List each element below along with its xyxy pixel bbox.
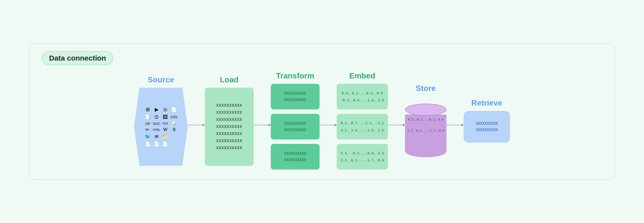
load-box: XXXXXXXXXX XXXXXXXXXX XXXXXXXXXX XXXXXXX…: [205, 88, 254, 166]
diagram-title: Data connection: [49, 54, 106, 62]
icon-page1: 📄: [144, 141, 151, 147]
transform-box-1: XXXXXXXXXX XXXXXXXXXX: [271, 84, 320, 110]
icon-csv: CSV: [170, 114, 178, 120]
icon-file: 📑: [144, 114, 151, 120]
transform-box-3: XXXXXXXXXX XXXXXXXXXX: [271, 144, 320, 170]
stage-retrieve: Retrieve XXXXXXXXXX XXXXXXXXXX: [464, 95, 510, 143]
embed-3-line-2: 2.1, 0.1....-1.7, 0.9: [340, 158, 384, 163]
embed-col: 0.5, 0.2....0.1, 0.9 -0.1, 0.4....1.4, 5…: [337, 84, 388, 170]
diagram-container: Data connection Source ⊞ ▶ ◎ 📄 📑 ⊙ 🖼 CS: [29, 43, 615, 180]
embed-2-line-1: 0.2, 0.7....2.1, -1.2: [340, 120, 384, 126]
embed-2-line-2: 4.1, 3.4....-1.5, 2.5: [340, 128, 384, 133]
embed-label: Embed: [349, 71, 376, 80]
transform-1-row-1: XXXXXXXXXX: [284, 91, 306, 96]
icon-discord: ◎: [162, 106, 169, 112]
embed-3-line-1: 5.5, -0.3....0.8, 2.3: [340, 150, 384, 156]
stage-store: Store 0.5, 0.2....0.1, 0.9 : 2.1, 0.1...…: [405, 80, 446, 157]
cylinder-top: [405, 104, 446, 116]
arrow-transform-embed: [320, 125, 337, 125]
transform-3-row-1: XXXXXXXXXX: [284, 152, 306, 156]
icon-doc1: 📄: [170, 106, 178, 112]
embed-box-1: 0.5, 0.2....0.1, 0.9 -0.1, 0.4....1.4, 5…: [337, 84, 388, 110]
store-text: 0.5, 0.2....0.1, 0.9 : 2.1, 0.1....-1.7,…: [405, 117, 446, 134]
stage-transform: Transform XXXXXXXXXX XXXXXXXXXX XXXXXXXX…: [271, 68, 320, 170]
icon-wiki: W: [162, 127, 169, 132]
load-row-5: XXXXXXXXXX: [216, 132, 242, 136]
load-row-3: XXXXXXXXXX: [216, 117, 242, 122]
pipeline: Source ⊞ ▶ ◎ 📄 📑 ⊙ 🖼 CSV ZIP DOC: [42, 68, 602, 170]
retrieve-label: Retrieve: [472, 98, 502, 108]
stage-load: Load XXXXXXXXXX XXXXXXXXXX XXXXXXXXXX XX…: [205, 72, 254, 166]
icon-zip: ZIP: [144, 122, 151, 126]
icon-twitter: 🐦: [144, 134, 151, 140]
stage-source: Source ⊞ ▶ ◎ 📄 📑 ⊙ 🖼 CSV ZIP DOC: [134, 72, 188, 166]
icon-slack: ⊞: [144, 106, 151, 112]
icon-page3: 📄: [162, 141, 169, 147]
icon-md: M↓: [144, 127, 151, 132]
load-row-4: XXXXXXXXXX: [216, 124, 242, 129]
load-label: Load: [220, 75, 238, 84]
retrieve-row-1: XXXXXXXXXX: [476, 122, 498, 126]
store-label: Store: [416, 84, 436, 93]
store-cylinder-wrapper: 0.5, 0.2....0.1, 0.9 : 2.1, 0.1....-1.7,…: [405, 104, 446, 157]
retrieve-row-2: XXXXXXXXXX: [476, 128, 498, 132]
icon-html: HTML: [153, 127, 160, 132]
embed-1-line-2: -0.1, 0.4....1.4, 5.9: [340, 98, 384, 103]
title-badge: Data connection: [42, 51, 113, 65]
load-row-7: XXXXXXXXXX: [216, 146, 242, 150]
arrow-embed-store: [388, 125, 405, 125]
icon-page2: 📄: [153, 141, 160, 147]
transform-2-row-1: XXXXXXXXXX: [284, 122, 306, 126]
icon-db: 🗄: [170, 127, 178, 132]
icon-folder: 📁: [162, 134, 169, 140]
transform-3-row-2: XXXXXXXXXX: [284, 158, 306, 162]
embed-box-3: 5.5, -0.3....0.8, 2.3 2.1, 0.1....-1.7, …: [337, 144, 388, 170]
arrow-load-transform: [254, 125, 271, 125]
transform-2-row-2: XXXXXXXXXX: [284, 128, 306, 132]
transform-col: XXXXXXXXXX XXXXXXXXXX XXXXXXXXXX XXXXXXX…: [271, 84, 320, 170]
stage-embed: Embed 0.5, 0.2....0.1, 0.9 -0.1, 0.4....…: [337, 68, 388, 170]
load-row-1: XXXXXXXXXX: [216, 103, 242, 108]
transform-label: Transform: [276, 71, 314, 80]
embed-1-line-1: 0.5, 0.2....0.1, 0.9: [342, 90, 383, 96]
arrow-source-load: [188, 125, 205, 125]
store-line-2: :: [405, 122, 446, 128]
icon-txt: TXT: [162, 122, 169, 126]
store-line-3: 2.1, 0.1....-1.7, 0.9: [405, 128, 446, 134]
source-icons-grid: ⊞ ▶ ◎ 📄 📑 ⊙ 🖼 CSV ZIP DOC TXT 📊 M↓: [137, 102, 185, 152]
icon-xls: 📊: [170, 122, 178, 126]
load-row-6: XXXXXXXXXX: [216, 138, 242, 143]
icon-email: ✉: [153, 134, 160, 140]
embed-box-2: 0.2, 0.7....2.1, -1.2 4.1, 3.4....-1.5, …: [337, 114, 388, 140]
arrow-store-retrieve: [446, 125, 464, 125]
icon-github: ⊙: [153, 114, 160, 120]
icon-youtube: ▶: [153, 106, 160, 112]
transform-1-row-2: XXXXXXXXXX: [284, 98, 306, 102]
icon-image: 🖼: [162, 114, 169, 120]
transform-box-2: XXXXXXXXXX XXXXXXXXXX: [271, 114, 320, 140]
icon-blank2: [170, 141, 178, 147]
retrieve-box: XXXXXXXXXX XXXXXXXXXX: [464, 111, 510, 143]
load-row-2: XXXXXXXXXX: [216, 110, 242, 115]
source-label: Source: [148, 75, 174, 84]
source-hex: ⊞ ▶ ◎ 📄 📑 ⊙ 🖼 CSV ZIP DOC TXT 📊 M↓: [134, 88, 188, 166]
icon-doc2: DOC: [153, 122, 160, 126]
icon-blank: [170, 134, 178, 140]
store-line-1: 0.5, 0.2....0.1, 0.9: [405, 117, 446, 122]
